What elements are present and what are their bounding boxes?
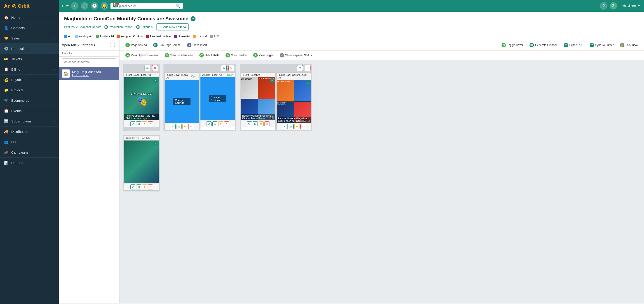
sidebar-item-events[interactable]: 📅 Events (0, 106, 59, 116)
left-panel-search-input[interactable] (62, 58, 116, 66)
add-editorial-button[interactable]: ＋ Add New Editorial (156, 24, 188, 30)
two-right-color-icon[interactable]: ■ (218, 121, 223, 126)
show-payment-status-button[interactable]: ≡ Show Payment Status (277, 52, 314, 59)
billing-icon: 📋 (4, 67, 8, 72)
sidebar-item-distribution[interactable]: 🚚 Distribution › (0, 126, 59, 137)
hr-icon: 👥 (4, 140, 8, 144)
two-right-change-settings[interactable]: Change Settings (209, 95, 226, 102)
inside-back-remove-icon[interactable]: ✕ (300, 124, 305, 129)
bulk-page-spread-button[interactable]: ⊞ Bulk Page Spread (151, 42, 183, 48)
hide-labels-button[interactable]: 🏷 Hide Labels (197, 52, 222, 59)
inside-back-settings-icon[interactable]: ⚙ (283, 124, 288, 129)
sidebar-item-campaigns[interactable]: 📣 Campaigns (0, 147, 59, 158)
lock-book-button[interactable]: 🔒 Lock Book (618, 42, 640, 48)
back-cover-settings-icon[interactable]: ⚙ (130, 184, 135, 190)
page-help-icon[interactable]: ? (190, 16, 196, 21)
search-all-badge[interactable]: All New (113, 4, 118, 8)
help-button[interactable]: ? (600, 2, 608, 10)
sidebar-item-home[interactable]: 🏠 Home (0, 12, 59, 23)
comic-spread-delete-icon[interactable]: ✕ (305, 65, 310, 71)
inside-cover-change-settings[interactable]: Change Settings (173, 98, 190, 105)
panel-options-icon[interactable]: ⋮⋮ (108, 42, 116, 48)
sidebar-label-ecommerce: Ecommerce (11, 98, 29, 102)
ad-list-item[interactable]: 🏠 MagHub (House Ad) Edit House Ad (59, 67, 119, 80)
inside-cover-footer: ⚙ ⊞ ■ ✕ (164, 123, 199, 130)
sidebar-item-production[interactable]: ⚙️ Production › (0, 44, 59, 54)
inside-cover-delete-icon[interactable]: ✕ (228, 65, 234, 71)
inside-cover-content[interactable]: Change Settings (164, 80, 199, 123)
back-cover-spread-icon[interactable]: ⊞ (136, 184, 141, 190)
inside-cover-remove-icon[interactable]: ✕ (188, 124, 193, 129)
chevron-ecommerce-icon: › (54, 99, 54, 102)
generate-flipbook-button[interactable]: 📖 Generate Flipbook (527, 42, 560, 48)
sync-printer-button[interactable]: 🖨 Sync To Printer (588, 42, 616, 48)
view-larger-button[interactable]: ⊕ View Larger (251, 52, 276, 59)
legend-assigned-section-label: Assigned Section (150, 35, 171, 38)
production-report-link[interactable]: 📄 Production Report (104, 25, 132, 29)
three-left-settings-icon[interactable]: ⚙ (247, 121, 252, 126)
page-spread-button[interactable]: ＋ Page Spread (123, 42, 149, 48)
sidebar-item-reports[interactable]: 📊 Reports (0, 158, 59, 168)
front-cover-settings-icon[interactable]: ⚙ (130, 121, 135, 126)
sidebar-item-hr[interactable]: 👥 HR › (0, 137, 59, 147)
two-right-spread-icon[interactable]: ⊞ (212, 121, 217, 126)
sidebar-item-payables[interactable]: 💰 Payables › (0, 75, 59, 85)
tbd-color (210, 35, 213, 38)
sidebar-item-sales[interactable]: 🤝 Sales › (0, 33, 59, 44)
back-cover-content[interactable]: ＋ (124, 140, 159, 183)
inside-cover-settings-icon[interactable]: ⚙ (171, 124, 176, 129)
campaigns-icon: 📣 (4, 150, 8, 154)
sidebar-item-billing[interactable]: 📋 Billing › (0, 64, 59, 75)
comic-character: 🎭 (136, 96, 147, 106)
front-cover-add-icon[interactable]: ＋ (153, 78, 158, 83)
sidebar-item-projects[interactable]: 📁 Projects (0, 85, 59, 96)
three-left-add-icon[interactable]: ＋ (270, 78, 274, 83)
view-smaller-button[interactable]: ⊖ View Smaller (223, 52, 249, 59)
view-flipbook-preview-button[interactable]: ▶ View Flipbook Preview (123, 52, 160, 59)
back-cover-add-icon[interactable]: ＋ (153, 142, 158, 146)
two-right-content[interactable]: Change Settings (200, 77, 235, 120)
add-new-button[interactable]: ＋ (71, 2, 78, 10)
two-right-settings-icon[interactable]: ⚙ (206, 121, 212, 126)
back-cover-color-icon[interactable]: ■ (142, 184, 147, 190)
inside-back-color-icon[interactable]: ■ (294, 124, 300, 129)
three-left-content[interactable]: ZA-BOOM! THE AVENGIES!!!! SMASH! (241, 77, 275, 120)
three-left-remove-icon[interactable]: ✕ (264, 121, 270, 126)
edit-house-ad-link[interactable]: Edit House Ad (72, 74, 116, 77)
sidebar-item-tickets[interactable]: 🎫 Tickets (0, 54, 59, 64)
notifications-button[interactable]: 🔔 (100, 2, 108, 10)
sidebar-item-subscriptions[interactable]: 🔄 Subscriptions › (0, 116, 59, 126)
two-right-header: 2 Right | Local Ad Open (200, 72, 235, 77)
front-cover-color-icon[interactable]: ■ (142, 121, 147, 126)
two-right-remove-icon[interactable]: ✕ (224, 121, 229, 126)
inside-cover-spread-icon[interactable]: ⊞ (176, 124, 182, 129)
place-insert-button[interactable]: ⬇ Place Insert (185, 42, 209, 48)
back-cover-group: Back Cover | Local Ad ＋ ⚙ ⊞ (123, 135, 160, 192)
comic-spread-target-icon[interactable]: ⊕ (297, 65, 303, 71)
search-input[interactable] (119, 4, 174, 8)
export-pdf-button[interactable]: ⬆ Export PDF (562, 42, 586, 48)
three-left-color-icon[interactable]: ■ (259, 121, 264, 126)
user-menu[interactable]: Z Zach Gilbert ▼ (610, 2, 640, 10)
view-final-preview-button[interactable]: 👁 View Final Preview (162, 52, 195, 59)
inside-back-cover-content[interactable]: SPLAAAAASH! I am Iron Juggsy CONFIDENT I… (277, 80, 311, 123)
back-cover-remove-icon[interactable]: ✕ (148, 184, 153, 190)
inside-back-add-icon[interactable]: ＋ (306, 81, 310, 86)
three-left-spread-icon[interactable]: ⊞ (253, 121, 258, 126)
inside-cover-target-icon[interactable]: ⊕ (221, 65, 226, 71)
front-cover-target-icon[interactable]: ⊕ (144, 65, 150, 71)
sidebar-item-ecommerce[interactable]: 🛒 Ecommerce › (0, 96, 59, 106)
editorials-link[interactable]: 📝 Editorials (136, 25, 152, 29)
sidebar-item-contacts[interactable]: 👤 Contacts › (0, 23, 59, 33)
front-cover-delete-icon[interactable]: ✕ (152, 65, 158, 71)
inside-back-spread-icon[interactable]: ⊞ (289, 124, 294, 129)
inside-cover-color-icon[interactable]: ■ (182, 124, 188, 129)
history-button[interactable]: 🕐 (91, 2, 98, 10)
link-button[interactable]: 🔗 (81, 2, 88, 10)
front-cover-remove-icon[interactable]: ✕ (148, 121, 153, 126)
toggle-cover-button[interactable]: ⟲ Toggle Cover (499, 42, 526, 48)
front-cover-content[interactable]: THE AVENGIES 🎭 Remove Uploaded Page Pre.… (124, 77, 159, 120)
front-cover-spread-icon[interactable]: ⊞ (136, 121, 141, 126)
three-left-overlay-text1: Remove Uploaded Page Pre... (242, 114, 274, 117)
print-snapshot-link[interactable]: Print Issue Snapshot Report (64, 25, 101, 29)
